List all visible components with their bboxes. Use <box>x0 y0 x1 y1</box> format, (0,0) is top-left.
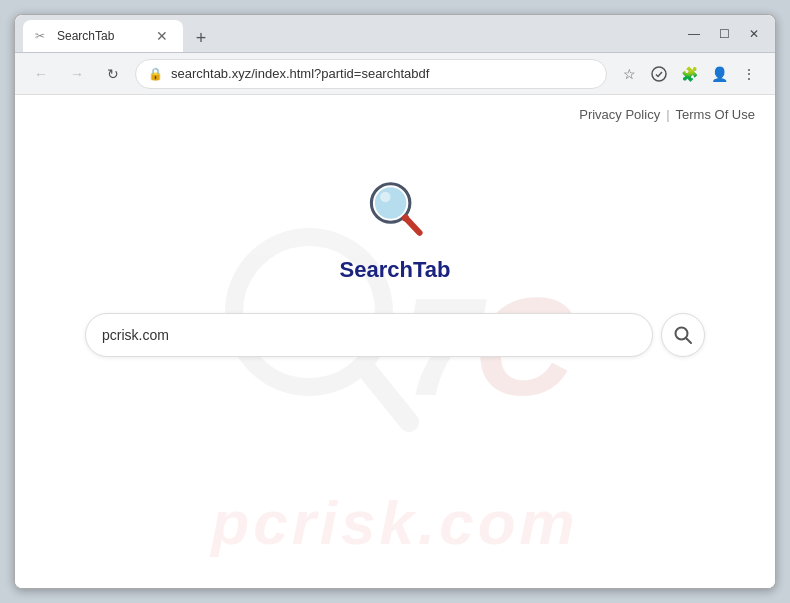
back-button[interactable]: ← <box>27 60 55 88</box>
logo-icon <box>360 175 430 249</box>
search-icon <box>673 325 693 345</box>
searchtab-logo-icon <box>360 175 430 245</box>
brand-prefix: Search <box>340 257 413 282</box>
terms-of-use-link[interactable]: Terms Of Use <box>676 107 755 122</box>
profile-button[interactable]: 👤 <box>705 60 733 88</box>
url-input-box[interactable]: 🔒 searchtab.xyz/index.html?partid=search… <box>135 59 607 89</box>
svg-point-8 <box>676 328 688 340</box>
bookmark-button[interactable]: ☆ <box>615 60 643 88</box>
active-tab[interactable]: ✂ SearchTab ✕ <box>23 20 183 52</box>
top-links: Privacy Policy | Terms Of Use <box>579 107 755 122</box>
new-tab-button[interactable]: + <box>187 24 215 52</box>
shield-icon <box>651 66 667 82</box>
toolbar-icons: ☆ 🧩 👤 ⋮ <box>615 60 763 88</box>
forward-button[interactable]: → <box>63 60 91 88</box>
maximize-button[interactable]: ☐ <box>711 21 737 47</box>
brand-name: SearchTab <box>340 257 451 283</box>
main-content: SearchTab <box>15 175 775 357</box>
svg-line-2 <box>367 370 409 422</box>
svg-point-0 <box>652 67 666 81</box>
search-box[interactable] <box>85 313 653 357</box>
watermark-bottom-text: pcrisk.com <box>15 487 775 558</box>
search-input[interactable] <box>102 327 636 343</box>
minimize-button[interactable]: — <box>681 21 707 47</box>
tab-area: ✂ SearchTab ✕ + <box>23 15 681 52</box>
privacy-policy-link[interactable]: Privacy Policy <box>579 107 660 122</box>
close-button[interactable]: ✕ <box>741 21 767 47</box>
brand-suffix: Tab <box>413 257 450 282</box>
tab-favicon: ✂ <box>35 29 49 43</box>
search-area <box>85 313 705 357</box>
svg-line-9 <box>687 339 692 344</box>
search-button[interactable] <box>661 313 705 357</box>
lock-icon: 🔒 <box>148 67 163 81</box>
links-divider: | <box>666 107 669 122</box>
menu-button[interactable]: ⋮ <box>735 60 763 88</box>
svg-point-5 <box>380 192 391 203</box>
refresh-button[interactable]: ↻ <box>99 60 127 88</box>
extensions-button[interactable]: 🧩 <box>675 60 703 88</box>
url-text: searchtab.xyz/index.html?partid=searchta… <box>171 66 594 81</box>
page-content: 7C pcrisk.com Privacy Policy | Terms Of … <box>15 95 775 588</box>
tab-title: SearchTab <box>57 29 145 43</box>
tab-close-button[interactable]: ✕ <box>153 27 171 45</box>
svg-point-4 <box>375 187 407 219</box>
shield-icon-button[interactable] <box>645 60 673 88</box>
title-bar: ✂ SearchTab ✕ + — ☐ ✕ <box>15 15 775 53</box>
browser-window: ✂ SearchTab ✕ + — ☐ ✕ ← → ↻ 🔒 searchtab.… <box>14 14 776 589</box>
address-bar: ← → ↻ 🔒 searchtab.xyz/index.html?partid=… <box>15 53 775 95</box>
window-controls: — ☐ ✕ <box>681 21 767 47</box>
svg-point-7 <box>402 214 409 221</box>
